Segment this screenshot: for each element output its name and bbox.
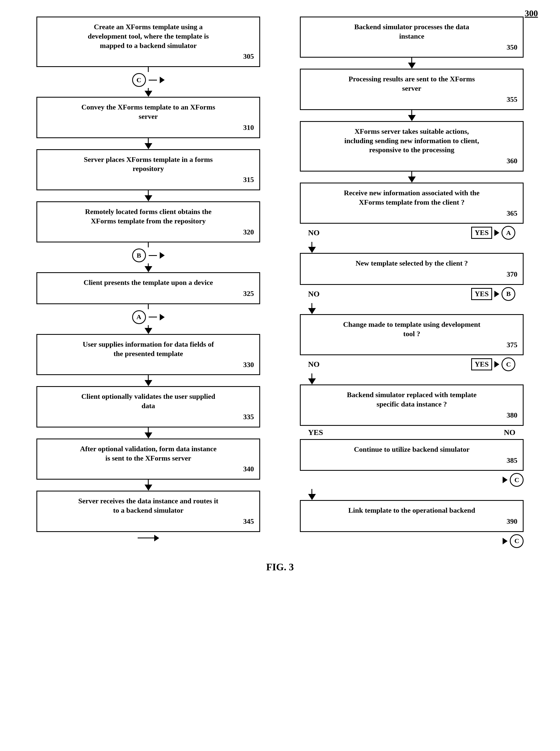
c-circle-out-390: C — [510, 534, 524, 548]
arrow-down — [308, 247, 316, 253]
box-315-text: Server places XForms template in a forms… — [84, 156, 213, 173]
arrow-335-340 — [144, 427, 152, 439]
box-340-text: After optional validation, form data ins… — [80, 445, 217, 462]
arrow-down — [308, 379, 316, 384]
box-375: Change made to template using developmen… — [300, 314, 524, 355]
b-connector-row: B — [132, 248, 165, 262]
box-310: Convey the XForms template to an XForms … — [36, 97, 260, 138]
c-row-390: C — [503, 534, 524, 548]
c-circle-out-375: C — [501, 358, 515, 371]
c-row-385: C — [503, 473, 524, 487]
box-315-step: 315 — [43, 175, 254, 184]
box-310-text: Convey the XForms template to an XForms … — [81, 103, 215, 121]
arrow-right — [160, 314, 165, 321]
box-325-text: Client presents the template upon a devi… — [84, 279, 213, 287]
box-380-text: Backend simulator replaced with template… — [347, 391, 477, 408]
box-330-text: User supplies information for data field… — [83, 340, 214, 358]
b-circle-out: B — [501, 287, 515, 301]
yes-380: YES — [308, 428, 323, 437]
line — [148, 427, 149, 432]
box-305: Create an XForms template using a develo… — [36, 17, 260, 67]
no-365: NO — [308, 228, 320, 237]
arrow-right — [494, 361, 499, 368]
arrow-305-310: C — [132, 67, 165, 97]
line — [411, 171, 412, 177]
box-335-text: Client optionally validates the user sup… — [81, 392, 216, 410]
line — [148, 88, 149, 91]
box-350-step: 350 — [306, 43, 518, 52]
arrow-340-345 — [144, 480, 152, 491]
arrow-down — [144, 380, 152, 386]
box-360-text: XForms server takes suitable actions, in… — [344, 127, 479, 154]
horiz-line — [138, 537, 154, 539]
box-355: Processing results are sent to the XForm… — [300, 69, 524, 110]
line — [312, 489, 312, 494]
arrow-down — [408, 115, 416, 121]
line — [312, 303, 312, 308]
box-365-text: Receive new information associated with … — [344, 189, 480, 206]
left-column: Create an XForms template using a develo… — [17, 17, 280, 550]
horiz-line — [149, 80, 157, 81]
box-370: New template selected by the client ? 37… — [300, 253, 524, 285]
yes-365-row: YES A — [471, 226, 516, 240]
box-360: XForms server takes suitable actions, in… — [300, 121, 524, 171]
arrow-350-355 — [408, 58, 416, 69]
a-circle-out: A — [501, 226, 515, 240]
box-335-step: 335 — [43, 412, 254, 422]
box-355-text: Processing results are sent to the XForm… — [349, 75, 475, 93]
arrow-down — [408, 177, 416, 183]
arrow-down — [144, 266, 152, 272]
line — [148, 67, 149, 72]
arrow-330-335 — [144, 375, 152, 386]
arrow-down — [308, 494, 316, 500]
arrow-380-390 — [308, 489, 316, 500]
line — [148, 375, 149, 380]
c-circle-in: C — [132, 73, 146, 87]
box-305-step: 305 — [43, 52, 254, 61]
a-connector-row: A — [132, 310, 165, 324]
arrow-315-320 — [144, 190, 152, 201]
arrow-down — [408, 63, 416, 69]
arrow-right — [154, 535, 159, 542]
box-345: Server receives the data instance and ro… — [36, 491, 260, 532]
branch-365: NO YES A — [300, 224, 524, 242]
line — [312, 373, 312, 379]
box-370-text: New template selected by the client ? — [356, 259, 468, 267]
arrow-365-370 — [308, 242, 316, 253]
arrow-right — [160, 77, 165, 83]
arrow-down — [144, 195, 152, 201]
horiz-line — [149, 255, 157, 256]
box-360-step: 360 — [306, 156, 518, 166]
box-325-step: 325 — [43, 289, 254, 299]
line — [411, 110, 412, 115]
a-circle-in: A — [132, 310, 146, 324]
box-385-text: Continue to utilize backend simulator — [354, 445, 469, 453]
box-345-step: 345 — [43, 517, 254, 526]
yes-370-row: YES B — [471, 287, 516, 301]
arrow-right-385 — [503, 476, 507, 483]
box-340: After optional validation, form data ins… — [36, 439, 260, 480]
branch-375: NO YES C — [300, 355, 524, 373]
c-connector-385: C — [300, 471, 524, 489]
arrow-down — [144, 432, 152, 439]
diagram-container: Create an XForms template using a develo… — [17, 17, 543, 550]
box-375-text: Change made to template using developmen… — [343, 321, 481, 338]
yes-365-box: YES — [471, 227, 493, 239]
right-column: Backend simulator processes the data ins… — [280, 17, 543, 550]
box-310-step: 310 — [43, 123, 254, 133]
arrow-right — [494, 229, 499, 236]
box-380-step: 380 — [306, 411, 518, 420]
arrow-325-330: A — [132, 304, 165, 334]
yes-375-box: YES — [471, 358, 493, 370]
yes-370-box: YES — [471, 288, 493, 300]
b-circle-in: B — [132, 248, 146, 262]
box-315: Server places XForms template in a forms… — [36, 149, 260, 190]
arrow-320-325: B — [132, 242, 165, 272]
arrow-down — [144, 328, 152, 334]
arrow-right — [160, 252, 165, 259]
arrow-345-right — [36, 535, 260, 542]
box-325: Client presents the template upon a devi… — [36, 272, 260, 304]
arrow-down — [144, 91, 152, 97]
arrow-310-315 — [144, 138, 152, 149]
arrow-down — [144, 485, 152, 491]
